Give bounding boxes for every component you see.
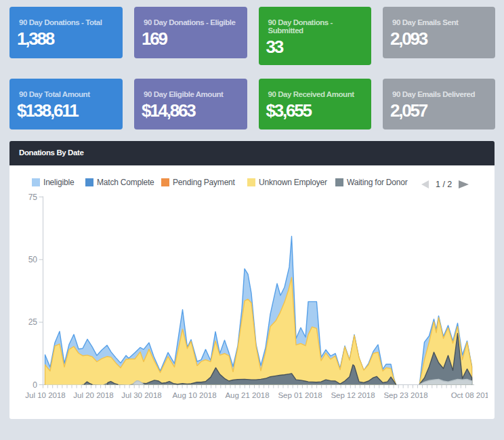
- svg-text:Sep 12 2018: Sep 12 2018: [331, 391, 375, 399]
- svg-text:Oct 08 2018: Oct 08 2018: [451, 391, 494, 399]
- svg-text:0: 0: [33, 380, 37, 390]
- svg-text:75: 75: [28, 193, 38, 202]
- svg-text:Jul 20 2018: Jul 20 2018: [73, 391, 113, 399]
- svg-text:Aug 21 2018: Aug 21 2018: [225, 391, 269, 399]
- svg-text:Sep 23 2018: Sep 23 2018: [383, 391, 427, 399]
- svg-text:Aug 10 2018: Aug 10 2018: [172, 391, 216, 399]
- svg-text:Jul 30 2018: Jul 30 2018: [121, 391, 161, 399]
- svg-text:50: 50: [28, 255, 38, 264]
- svg-text:25: 25: [28, 317, 38, 327]
- svg-text:Sep 01 2018: Sep 01 2018: [278, 391, 322, 399]
- svg-text:Jul 10 2018: Jul 10 2018: [25, 391, 65, 399]
